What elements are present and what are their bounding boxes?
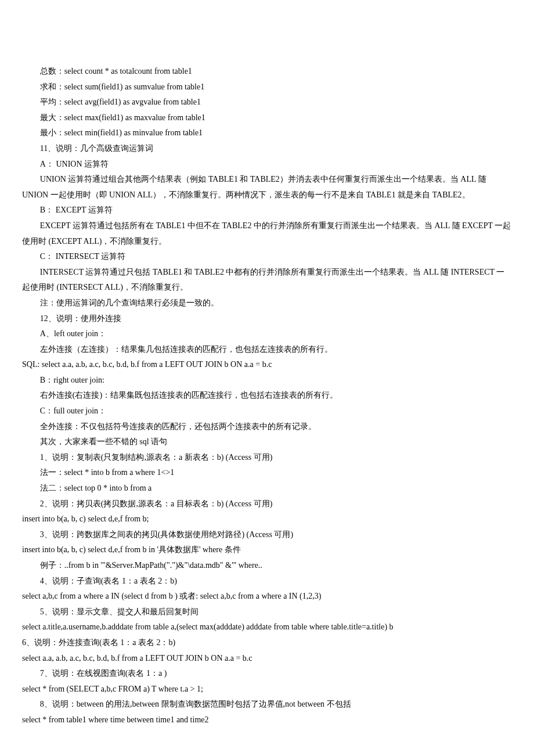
text-line: 6、说明：外连接查询(表名 1：a 表名 2：b) <box>22 635 512 651</box>
text-line: 总数：select count * as totalcount from tab… <box>22 64 512 80</box>
text-line: 例子：..from b in '"&Server.MapPath(".")&"\… <box>22 558 512 574</box>
text-line: 平均：select avg(field1) as avgvalue from t… <box>22 95 512 110</box>
document-body: 总数：select count * as totalcount from tab… <box>22 64 512 728</box>
text-line: insert into b(a, b, c) select d,e,f from… <box>22 542 512 558</box>
text-line: C： INTERSECT 运算符 <box>22 249 512 265</box>
text-line: insert into b(a, b, c) select d,e,f from… <box>22 512 512 527</box>
text-line: A： UNION 运算符 <box>22 157 512 172</box>
text-line: SQL: select a.a, a.b, a.c, b.c, b.d, b.f… <box>22 357 512 373</box>
text-line: 最大：select max(field1) as maxvalue from t… <box>22 110 512 126</box>
text-line: select * from table1 where time between … <box>22 712 512 728</box>
text-line: 3、说明：跨数据库之间表的拷贝(具体数据使用绝对路径) (Access 可用) <box>22 527 512 543</box>
text-line: 4、说明：子查询(表名 1：a 表名 2：b) <box>22 574 512 589</box>
text-line: 右外连接(右连接)：结果集既包括连接表的匹配连接行，也包括右连接表的所有行。 <box>22 388 512 404</box>
text-line: B： EXCEPT 运算符 <box>22 203 512 218</box>
text-line: 求和：select sum(field1) as sumvalue from t… <box>22 80 512 95</box>
text-line: 7、说明：在线视图查询(表名 1：a ) <box>22 666 512 682</box>
text-line: select a.a, a.b, a.c, b.c, b.d, b.f from… <box>22 651 512 667</box>
text-line: B：right outer join: <box>22 373 512 388</box>
text-line: EXCEPT 运算符通过包括所有在 TABLE1 中但不在 TABLE2 中的行… <box>22 218 512 249</box>
text-line: 11、说明：几个高级查询运算词 <box>22 141 512 157</box>
text-line: C：full outer join： <box>22 404 512 419</box>
text-line: 12、说明：使用外连接 <box>22 311 512 327</box>
text-line: 2、说明：拷贝表(拷贝数据,源表名：a 目标表名：b) (Access 可用) <box>22 496 512 512</box>
text-line: 左外连接（左连接）：结果集几包括连接表的匹配行，也包括左连接表的所有行。 <box>22 342 512 358</box>
text-line: 8、说明：between 的用法,between 限制查询数据范围时包括了边界值… <box>22 697 512 712</box>
text-line: select a,b,c from a where a IN (select d… <box>22 589 512 604</box>
text-line: UNION 运算符通过组合其他两个结果表（例如 TABLE1 和 TABLE2）… <box>22 172 512 203</box>
text-line: 5、说明：显示文章、提交人和最后回复时间 <box>22 604 512 620</box>
text-line: select * from (SELECT a,b,c FROM a) T wh… <box>22 682 512 697</box>
text-line: 法一：select * into b from a where 1<>1 <box>22 465 512 481</box>
text-line: 其次，大家来看一些不错的 sql 语句 <box>22 434 512 450</box>
text-line: select a.title,a.username,b.adddate from… <box>22 620 512 635</box>
text-line: 全外连接：不仅包括符号连接表的匹配行，还包括两个连接表中的所有记录。 <box>22 419 512 435</box>
text-line: 1、说明：复制表(只复制结构,源表名：a 新表名：b) (Access 可用) <box>22 450 512 466</box>
text-line: 最小：select min(field1) as minvalue from t… <box>22 125 512 141</box>
text-line: INTERSECT 运算符通过只包括 TABLE1 和 TABLE2 中都有的行… <box>22 265 512 296</box>
text-line: A、left outer join： <box>22 326 512 342</box>
text-line: 法二：select top 0 * into b from a <box>22 481 512 496</box>
text-line: 注：使用运算词的几个查询结果行必须是一致的。 <box>22 296 512 311</box>
